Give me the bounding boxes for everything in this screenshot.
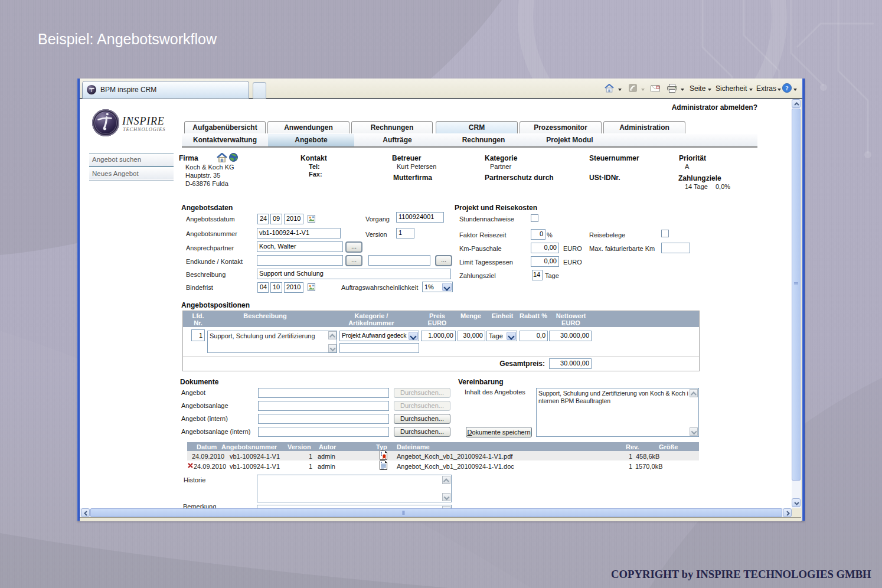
svg-text:?: ? xyxy=(785,84,789,92)
